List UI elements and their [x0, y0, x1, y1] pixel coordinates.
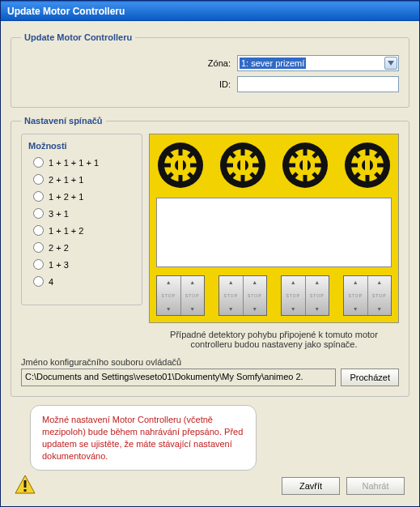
preview-box — [156, 198, 392, 267]
dialog-window: Update Motor Controlleru Update Motor Co… — [0, 0, 420, 507]
config-path-display: C:\Documents and Settings\veseto01\Dokum… — [21, 369, 336, 386]
upload-button[interactable]: Nahrát — [346, 477, 405, 495]
gear-icon — [156, 141, 205, 190]
svg-rect-49 — [24, 480, 27, 488]
warning-text: Možné nastavení Motor Controlleru (včetn… — [42, 415, 243, 461]
group-update: Update Motor Controlleru Zóna: 1: sever … — [11, 32, 409, 108]
option-5[interactable]: 2 + 2 — [33, 242, 135, 253]
config-label: Jméno konfiguračního souboru ovládačů — [21, 357, 399, 367]
svg-rect-23 — [240, 160, 245, 171]
gear-panel: ▲STOP▼ ▲STOP▼ ▲STOP▼ ▲STOP▼ ▲STOP▼ ▲STOP… — [149, 134, 399, 323]
gear-icon — [218, 141, 267, 190]
detector-note: Případné detektory pohybu připojené k to… — [149, 330, 399, 349]
zone-value: 1: sever prizemí — [240, 58, 306, 69]
id-label: ID: — [190, 79, 231, 89]
warning-bubble: Možné nastavení Motor Controlleru (včetn… — [30, 405, 257, 471]
gear-icon — [343, 141, 392, 190]
browse-button[interactable]: Procházet — [341, 369, 399, 386]
wall-switch-icon: ▲STOP▼ ▲STOP▼ — [218, 275, 267, 316]
gear-icon — [281, 141, 329, 190]
option-3[interactable]: 3 + 1 — [33, 208, 135, 219]
svg-rect-50 — [24, 489, 27, 492]
window-title: Update Motor Controlleru — [7, 6, 125, 17]
options-box: Možnosti 1 + 1 + 1 + 1 2 + 1 + 1 1 + 2 +… — [21, 134, 142, 305]
svg-rect-47 — [365, 160, 370, 171]
option-2[interactable]: 1 + 2 + 1 — [33, 191, 135, 202]
option-4[interactable]: 1 + 1 + 2 — [33, 225, 135, 236]
titlebar: Update Motor Controlleru — [1, 1, 419, 21]
svg-rect-11 — [178, 160, 183, 171]
option-0[interactable]: 1 + 1 + 1 + 1 — [33, 157, 135, 168]
option-7[interactable]: 4 — [33, 276, 135, 287]
wall-switch-icon: ▲STOP▼ ▲STOP▼ — [343, 275, 392, 316]
row-id: ID: — [21, 76, 399, 92]
option-6[interactable]: 1 + 3 — [33, 259, 135, 270]
svg-rect-35 — [303, 160, 308, 171]
wall-switch-icon: ▲STOP▼ ▲STOP▼ — [281, 275, 329, 316]
chevron-down-icon[interactable] — [384, 57, 397, 70]
client-area: Update Motor Controlleru Zóna: 1: sever … — [1, 21, 419, 505]
zone-label: Zóna: — [190, 58, 231, 68]
group-switches: Nastavení spínačů Možnosti 1 + 1 + 1 + 1… — [11, 116, 409, 397]
group-switches-legend: Nastavení spínačů — [21, 116, 106, 126]
wall-switch-icon: ▲STOP▼ ▲STOP▼ — [156, 275, 205, 316]
warning-icon — [14, 474, 36, 498]
id-input[interactable] — [237, 76, 399, 92]
close-button[interactable]: Zavřít — [282, 477, 340, 495]
zone-dropdown[interactable]: 1: sever prizemí — [237, 55, 399, 71]
options-title: Možnosti — [28, 141, 135, 151]
group-update-legend: Update Motor Controlleru — [21, 32, 135, 42]
row-zone: Zóna: 1: sever prizemí — [21, 55, 399, 71]
option-1[interactable]: 2 + 1 + 1 — [33, 174, 135, 185]
